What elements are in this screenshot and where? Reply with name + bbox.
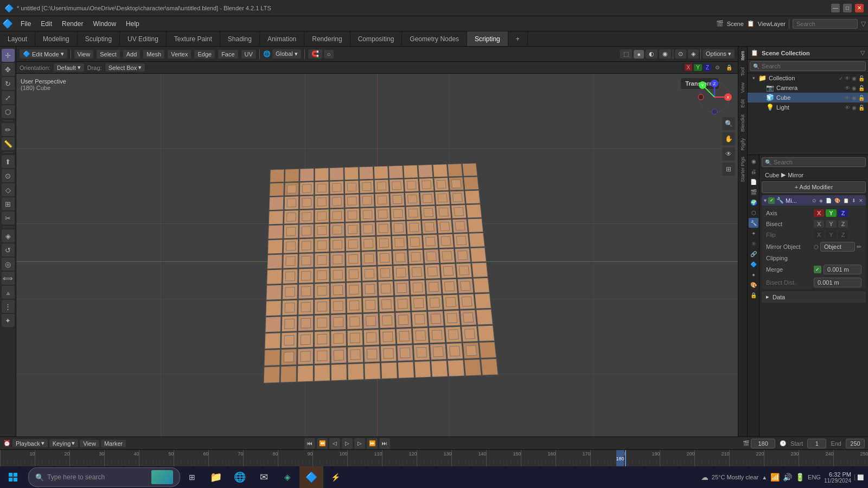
collection-eye-icon[interactable]: 👁 [845,75,850,81]
maximize-button[interactable]: □ [843,4,852,12]
bisect-x-btn[interactable]: X [814,220,824,228]
merge-checkbox[interactable]: ✓ [814,266,821,273]
prop-output-icon[interactable]: 🖨 [749,166,758,176]
grid-overlay-btn[interactable]: ⊞ [722,163,735,176]
collection-check-icon[interactable]: ✓ [839,75,843,81]
keying-btn[interactable]: Keying ▾ [49,439,79,447]
transform-selector[interactable]: Global ▾ [272,49,301,59]
axis-y-btn[interactable]: Y [826,209,836,217]
mod-icon-3[interactable]: 📄 [825,197,832,204]
taskbar-file-explorer[interactable]: 📁 [204,466,228,488]
prop-world-icon[interactable]: 🌍 [749,197,758,207]
prop-view-layer-icon[interactable]: 📄 [749,177,758,187]
tool-inset[interactable]: ⊙ [2,169,15,182]
sidetab-view[interactable]: View [739,79,746,96]
mod-close[interactable]: ✕ [858,197,864,204]
next-key-btn[interactable]: ⏩ [367,438,378,449]
outliner-item-collection[interactable]: ▾ 📁 Collection ✓ 👁 ◉ 🔓 [748,73,868,83]
collection-render-icon[interactable]: ◉ [852,75,857,81]
mirror-obj-edit-icon[interactable]: ✏ [857,243,861,251]
outliner-item-camera[interactable]: 📷 Camera 👁 ◉ 🔓 [748,83,868,93]
prop-object-icon[interactable]: ⬡ [749,208,758,217]
prop-data-icon[interactable]: 🔷 [749,259,758,269]
prev-key-btn[interactable]: ⏪ [317,438,328,449]
uv-menu[interactable]: UV [241,50,256,59]
mod-icon-1[interactable]: ⊙ [812,197,817,204]
global-search-input[interactable] [793,19,858,29]
sidetab-starter-pigs[interactable]: Starter Pigs [739,153,746,185]
tab-add[interactable]: + [508,31,528,46]
tool-move[interactable]: ✥ [2,63,15,76]
outliner-search-input[interactable] [762,63,863,69]
edge-menu[interactable]: Edge [194,50,215,59]
prop-particles-icon[interactable]: ✦ [749,228,758,238]
taskbar-multitask[interactable]: ⊞ [180,466,204,488]
timeline-scrubber[interactable]: 0102030405060708090100110120130140150160… [0,450,868,467]
taskbar-search[interactable]: 🔍 Type here to search [28,467,180,487]
flip-y-btn[interactable]: Y [826,231,836,239]
tool-smooth[interactable]: ◎ [2,258,15,271]
view-menu[interactable]: View [74,50,94,59]
viewport-shading-solid[interactable]: ● [634,50,644,59]
camera-eye-icon[interactable]: 👁 [845,85,850,91]
tab-texture-paint[interactable]: Texture Paint [167,31,220,46]
tool-scale[interactable]: ⤢ [2,91,15,104]
mirror-obj-selector[interactable]: Object [820,242,855,252]
prop-physics-icon[interactable]: ⚛ [749,239,758,248]
xyz-x[interactable]: X [685,64,693,71]
tray-battery-icon[interactable]: 🔋 [795,473,805,481]
filter-icon[interactable]: ▽ [861,20,866,28]
tool-bevel[interactable]: ◇ [2,183,15,196]
cube-render-icon[interactable]: ◉ [852,95,857,101]
tool-knife[interactable]: ✂ [2,211,15,224]
prop-shader-fx-icon[interactable]: 🎨 [749,280,758,290]
mod-icon-2[interactable]: ◈ [819,197,824,204]
taskbar-app2[interactable]: ⚡ [323,466,347,488]
outliner-item-cube[interactable]: 🧊 Cube 👁 ◉ 🔓 [748,93,868,102]
prop-constraints-icon[interactable]: 🔗 [749,249,758,259]
menu-file[interactable]: File [16,19,35,29]
light-render-icon[interactable]: ◉ [852,105,857,111]
bisect-dist-field[interactable]: 0.001 m [814,278,861,287]
tool-loop-cut[interactable]: ⊞ [2,197,15,210]
tab-uv-editing[interactable]: UV Editing [120,31,167,46]
camera-overlay-btn[interactable]: 👁 [722,147,735,160]
tab-geometry-nodes[interactable]: Geometry Nodes [402,31,467,46]
vertex-menu[interactable]: Vertex [168,50,191,59]
mod-checkbox[interactable]: ✓ [768,197,775,204]
mod-expand[interactable]: ▾ [764,197,767,203]
axis-z-btn[interactable]: Z [838,209,848,217]
tool-measure[interactable]: 📏 [2,137,15,150]
prop-modifier-icon[interactable]: 🔧 [749,218,758,228]
cube-eye-icon[interactable]: 👁 [845,95,850,101]
tool-transform[interactable]: ⬡ [2,105,15,118]
tool-annotate[interactable]: ✏ [2,123,15,136]
sidetab-blendkit[interactable]: Blendkit [739,111,746,135]
axis-x-btn[interactable]: X [814,209,824,217]
tool-cursor[interactable]: ✛ [2,49,15,62]
bisect-z-btn[interactable]: Z [838,220,848,228]
sidetab-edit[interactable]: Edit [739,96,746,111]
viewport-shading-wire[interactable]: ⬚ [620,49,632,59]
tool-poly-build[interactable]: ◈ [2,229,15,242]
orientation-selector[interactable]: Default ▾ [54,63,84,72]
tab-modeling[interactable]: Modeling [35,31,78,46]
overlay-btn[interactable]: ⊙ [675,49,686,59]
xyz-z[interactable]: Z [704,64,711,71]
play-btn[interactable]: ▷ [342,438,353,449]
tab-compositing[interactable]: Compositing [350,31,403,46]
playback-btn[interactable]: Playback ▾ [12,439,48,447]
tab-rendering[interactable]: Rendering [304,31,350,46]
camera-lock-icon[interactable]: 🔓 [858,85,865,91]
flip-z-btn[interactable]: Z [838,231,848,239]
taskbar-app1[interactable]: ◈ [276,466,299,488]
tab-sculpting[interactable]: Sculpting [78,31,120,46]
jump-end-btn[interactable]: ⏭ [379,438,390,449]
tab-animation[interactable]: Animation [260,31,304,46]
outliner-filter-icon[interactable]: ▽ [860,49,865,56]
start-frame-field[interactable]: 1 [807,439,826,448]
windows-start-button[interactable] [0,466,26,488]
light-eye-icon[interactable]: 👁 [845,105,850,111]
xyz-y[interactable]: Y [694,64,702,71]
data-section-header[interactable]: ▸ Data [762,291,866,303]
